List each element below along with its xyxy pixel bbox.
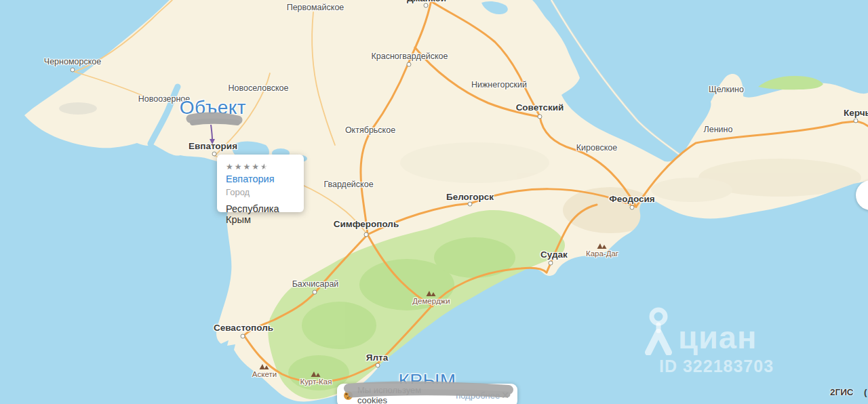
map-place-label[interactable]: Кировское xyxy=(576,144,617,153)
rating-stars: ★★★★★ xyxy=(226,163,304,171)
cookie-message: Мы используем cookies xyxy=(357,385,450,404)
place-marker-dot xyxy=(212,152,217,157)
map-place-label[interactable]: Демерджи xyxy=(412,298,450,306)
place-marker-dot xyxy=(854,119,859,123)
map-place-label[interactable]: Новоселовское xyxy=(229,84,289,93)
map-place-label[interactable]: Судак xyxy=(540,250,568,260)
place-marker-dot xyxy=(424,3,429,8)
map-place-label[interactable]: Евпатория xyxy=(189,142,237,151)
map-place-label[interactable]: Ялта xyxy=(366,353,388,363)
map-place-label[interactable]: Ленино xyxy=(704,125,733,134)
map-place-label[interactable]: Симферополь xyxy=(334,220,399,229)
map-attribution-logo[interactable]: 2ГИС xyxy=(830,387,854,397)
place-popup-card[interactable]: ★★★★★ Евпатория Город Республика Крым xyxy=(217,155,304,212)
map-place-label[interactable]: Белогорск xyxy=(446,193,494,202)
place-marker-dot xyxy=(364,233,369,237)
map-place-label[interactable]: Кара-Даг xyxy=(586,250,618,258)
popup-category: Город xyxy=(226,187,304,197)
map-place-label[interactable]: Севастополь xyxy=(214,323,273,333)
place-marker-dot xyxy=(313,290,317,295)
popup-region: Республика Крым xyxy=(226,203,304,225)
map-place-label[interactable]: Щелкино xyxy=(709,85,744,94)
cookie-details-link[interactable]: подробнее xyxy=(456,390,500,401)
place-marker-dot xyxy=(630,205,635,210)
map-place-label[interactable]: Красногвардейское xyxy=(372,52,448,61)
half-star-icon: ★ xyxy=(260,162,269,171)
popup-title-link[interactable]: Евпатория xyxy=(226,174,304,184)
map-place-label[interactable]: Советский xyxy=(516,103,564,113)
map-place-label[interactable]: Гвардейское xyxy=(323,180,373,189)
place-marker-dot xyxy=(538,115,542,119)
cookie-banner: Мы используем cookies подробнее ✕ xyxy=(337,384,517,404)
map-place-label[interactable]: Первомайское xyxy=(287,3,344,12)
map-place-label[interactable]: Феодосия xyxy=(609,195,654,204)
close-icon[interactable]: ✕ xyxy=(500,389,511,401)
place-marker-dot xyxy=(241,334,245,339)
cookie-icon xyxy=(344,391,353,400)
map-place-label[interactable]: Аскети xyxy=(252,371,277,379)
place-marker-dot xyxy=(407,62,412,67)
map-place-label[interactable]: Курт-Кая xyxy=(300,378,332,386)
place-marker-dot xyxy=(71,68,75,73)
map-place-label[interactable]: Черноморское xyxy=(44,58,101,66)
map-big-label: Объект xyxy=(180,98,246,117)
map-place-label[interactable]: Октябрьское xyxy=(345,126,395,135)
map-place-label[interactable]: Нижнегорский xyxy=(471,81,527,89)
place-marker-dot xyxy=(549,261,553,266)
map-place-label[interactable]: Бахчисарай xyxy=(292,280,339,289)
map-canvas[interactable]: ЧерноморскоеПервомайскоеДжанкойКрасногва… xyxy=(0,0,868,404)
place-marker-dot xyxy=(468,202,473,207)
map-attribution-extra: ( xyxy=(864,387,867,397)
map-place-label[interactable]: Керчь xyxy=(844,108,868,118)
place-marker-dot xyxy=(376,363,380,368)
map-place-label[interactable]: Джанкой xyxy=(407,0,446,3)
